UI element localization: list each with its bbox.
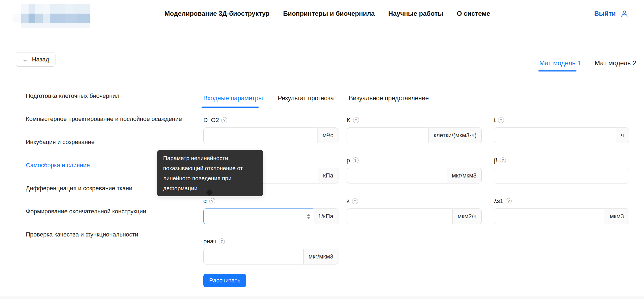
- field-d-o2-label-text: D_O2: [203, 117, 219, 124]
- field-lambda-s1-label-text: λs1: [494, 198, 503, 205]
- header-nav: Моделирование 3Д-биоструктур Биопринтеры…: [164, 0, 490, 27]
- field-lambda-s1: λs1 ? мкм3: [494, 197, 629, 224]
- logout-label: Выйти: [594, 10, 616, 17]
- field-t: t ? ч: [494, 116, 629, 143]
- user-icon: [620, 9, 629, 18]
- alpha-spinner[interactable]: [307, 214, 310, 219]
- help-icon[interactable]: ?: [219, 238, 225, 244]
- nav-item-bioprinters[interactable]: Биопринтеры и биочернила: [283, 10, 375, 17]
- field-beta-label-text: β: [494, 157, 497, 164]
- field-lambda: λ ? мкм2/ч: [347, 197, 482, 224]
- logo-blur: [13, 4, 90, 29]
- field-rho: ρ ? мкг/мкм3: [347, 157, 482, 183]
- field-rho-label-text: ρ: [347, 157, 350, 164]
- header: Моделирование 3Д-биоструктур Биопринтеры…: [0, 0, 644, 27]
- field-beta: β ?: [494, 157, 629, 183]
- tab-model-2[interactable]: Мат модель 2: [595, 59, 636, 71]
- tab-forecast-result[interactable]: Результат прогноза: [278, 95, 334, 107]
- help-icon[interactable]: ?: [498, 117, 504, 123]
- field-d-o2: D_O2 ? м²/с: [203, 116, 338, 143]
- field-rho-init-label-text: ρнач: [203, 238, 216, 245]
- field-t-input[interactable]: [494, 127, 616, 143]
- field-lambda-s1-input[interactable]: [494, 208, 605, 224]
- field-alpha-input[interactable]: [203, 208, 313, 224]
- field-lambda-s1-unit: мкм3: [605, 208, 629, 224]
- field-lambda-label-text: λ: [347, 198, 350, 205]
- field-beta-label: β ?: [494, 157, 629, 164]
- logout-button[interactable]: Выйти: [594, 0, 629, 27]
- bottom-strip: [0, 297, 644, 299]
- sidebar-item-final-construction[interactable]: Формирование окончательной конструкции: [26, 207, 185, 215]
- field-beta-input[interactable]: [494, 168, 629, 183]
- model-tabs-underline: [538, 71, 629, 71]
- field-rho-input[interactable]: [347, 168, 447, 183]
- field-k-label: K ?: [347, 116, 482, 124]
- field-k-input[interactable]: [347, 127, 429, 143]
- back-button-label: Назад: [32, 56, 49, 63]
- tab-visual-representation[interactable]: Визуальное представление: [349, 95, 429, 107]
- back-button[interactable]: ← Назад: [16, 52, 55, 67]
- spinner-down-icon[interactable]: [307, 217, 310, 219]
- field-rho-init-input[interactable]: [203, 249, 304, 264]
- field-mu-unit: кПа: [318, 168, 338, 183]
- field-lambda-unit: мкм2/ч: [453, 208, 482, 224]
- field-rho-init: ρнач ? мкг/мкм3: [203, 238, 338, 264]
- field-k-label-text: K: [347, 117, 351, 124]
- help-icon[interactable]: ?: [353, 157, 359, 163]
- field-d-o2-unit: м²/с: [318, 127, 338, 143]
- help-icon[interactable]: ?: [353, 117, 359, 123]
- main-tabs-underline: [203, 107, 631, 107]
- field-alpha-label: α ?: [203, 197, 338, 205]
- field-rho-init-label: ρнач ?: [203, 238, 338, 245]
- nav-item-papers[interactable]: Научные работы: [388, 10, 443, 17]
- model-tabs-ink-bar: [538, 70, 577, 71]
- field-k: K ? клетки/(мкм3·ч): [347, 116, 482, 143]
- field-t-label: t ?: [494, 116, 629, 124]
- tab-model-1[interactable]: Мат модель 1: [539, 59, 581, 71]
- page: Моделирование 3Д-биоструктур Биопринтеры…: [0, 0, 644, 299]
- field-d-o2-input[interactable]: [203, 127, 318, 143]
- tab-input-parameters[interactable]: Входные параметры: [203, 95, 263, 107]
- field-d-o2-label: D_O2 ?: [203, 116, 338, 124]
- field-k-unit: клетки/(мкм3·ч): [429, 127, 482, 143]
- help-icon[interactable]: ?: [221, 117, 227, 123]
- nav-item-modeling[interactable]: Моделирование 3Д-биоструктур: [164, 10, 270, 17]
- field-alpha-unit: 1/кПа: [313, 208, 338, 224]
- help-icon[interactable]: ?: [506, 198, 512, 204]
- help-icon-alpha[interactable]: ?: [209, 198, 215, 204]
- model-tabs: Мат модель 1 Мат модель 2: [538, 59, 629, 71]
- spinner-up-icon[interactable]: [307, 214, 310, 216]
- field-lambda-input[interactable]: [347, 208, 453, 224]
- help-icon[interactable]: ?: [500, 157, 506, 163]
- sidebar-item-quality-check[interactable]: Проверка качества и функциональности: [26, 231, 185, 238]
- sidebar-item-design[interactable]: Компьютерное проектирование и послойное …: [26, 115, 185, 123]
- field-rho-label: ρ ?: [347, 157, 482, 164]
- back-arrow-icon: ←: [22, 56, 29, 63]
- nav-item-about[interactable]: О системе: [457, 10, 490, 17]
- main-tabs: Входные параметры Результат прогноза Виз…: [203, 95, 631, 107]
- help-icon[interactable]: ?: [352, 198, 358, 204]
- calculate-button[interactable]: Рассчитать: [203, 274, 246, 287]
- main-tabs-ink-bar: [201, 107, 259, 108]
- field-t-label-text: t: [494, 117, 496, 124]
- field-alpha: α ? 1/кПа: [203, 197, 338, 224]
- field-alpha-label-text: α: [203, 198, 207, 205]
- sidebar-item-incubation[interactable]: Инкубация и созревание: [26, 138, 185, 146]
- field-t-unit: ч: [616, 127, 629, 143]
- field-lambda-s1-label: λs1 ?: [494, 197, 629, 205]
- sidebar-item-preparation[interactable]: Подготовка клеточных биочернил: [26, 92, 185, 100]
- field-lambda-label: λ ?: [347, 197, 482, 205]
- alpha-tooltip: Параметр нелинейности, показывающий откл…: [157, 150, 263, 196]
- field-rho-unit: мкг/мкм3: [447, 168, 482, 183]
- field-rho-init-unit: мкг/мкм3: [304, 249, 338, 264]
- alpha-tooltip-text: Параметр нелинейности, показывающий откл…: [163, 155, 243, 191]
